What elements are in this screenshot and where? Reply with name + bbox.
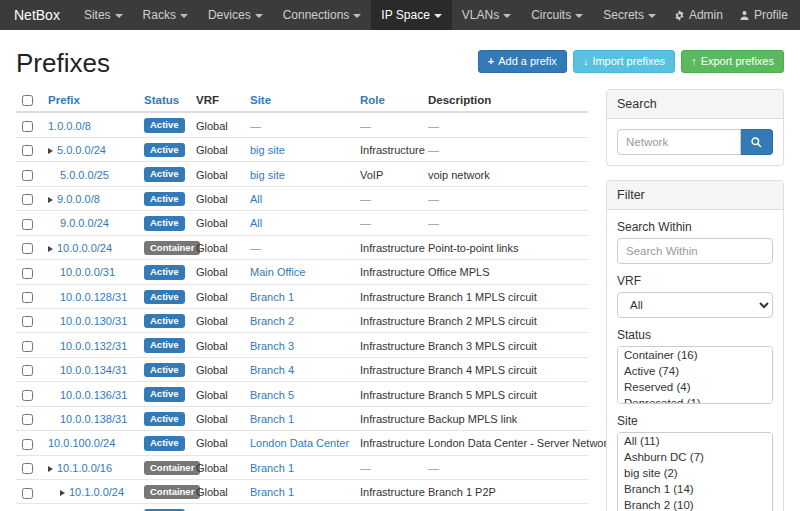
row-checkbox[interactable]: [22, 463, 33, 474]
row-checkbox[interactable]: [22, 439, 33, 450]
site-link[interactable]: Branch 2: [250, 315, 294, 327]
site-link[interactable]: All: [250, 193, 262, 205]
nav-item-circuits[interactable]: Circuits: [521, 0, 593, 30]
search-icon: [750, 136, 763, 149]
prefix-link[interactable]: 10.0.0.128/31: [60, 291, 127, 303]
user-menu-profile[interactable]: Profile: [731, 0, 796, 30]
site-link[interactable]: big site: [250, 144, 285, 156]
row-checkbox[interactable]: [22, 488, 33, 499]
nav-item-racks[interactable]: Racks: [133, 0, 198, 30]
row-checkbox[interactable]: [22, 268, 33, 279]
site-link[interactable]: Branch 4: [250, 364, 294, 376]
column-header-role[interactable]: Role: [354, 89, 422, 112]
user-menu-log-out[interactable]: Log out: [796, 0, 800, 30]
table-row: 10.1.0.0/16ContainerGlobalBranch 1——: [16, 455, 588, 479]
site-multiselect[interactable]: All (11)Ashburn DC (7)big site (2)Branch…: [617, 432, 773, 511]
status-multiselect[interactable]: Container (16)Active (74)Reserved (4)Dep…: [617, 346, 773, 404]
status-option[interactable]: Container (16): [618, 347, 772, 363]
site-cell: Branch 1: [244, 284, 354, 308]
vrf-select[interactable]: All: [617, 292, 773, 318]
row-checkbox[interactable]: [22, 243, 33, 254]
row-select-cell: [16, 284, 42, 308]
prefix-link[interactable]: 1.0.0.0/8: [48, 120, 91, 132]
row-checkbox[interactable]: [22, 145, 33, 156]
expand-arrow-icon[interactable]: [60, 490, 65, 496]
prefix-link[interactable]: 10.0.0.0/31: [60, 266, 115, 278]
status-badge: Container: [144, 485, 200, 499]
export-prefixes-button[interactable]: ↑Export prefixes: [681, 50, 784, 73]
user-menu-admin[interactable]: Admin: [666, 0, 731, 30]
prefix-link[interactable]: 10.0.0.136/31: [60, 389, 127, 401]
row-checkbox[interactable]: [22, 365, 33, 376]
prefix-link[interactable]: 5.0.0.0/24: [57, 144, 106, 156]
filter-field-status: StatusContainer (16)Active (74)Reserved …: [617, 328, 773, 404]
column-header-site[interactable]: Site: [244, 89, 354, 112]
prefix-link[interactable]: 9.0.0.0/8: [57, 193, 100, 205]
site-option[interactable]: All (11): [618, 433, 772, 449]
site-link[interactable]: Branch 5: [250, 389, 294, 401]
search-button[interactable]: [741, 129, 773, 155]
role-cell: Infrastructure: [354, 284, 422, 308]
row-checkbox[interactable]: [22, 414, 33, 425]
site-option[interactable]: Ashburn DC (7): [618, 449, 772, 465]
brand-netbox[interactable]: NetBox: [0, 0, 74, 30]
prefix-cell: 1.0.0.0/8: [42, 112, 138, 137]
site-cell: All: [244, 211, 354, 235]
prefix-link[interactable]: 10.0.0.130/31: [60, 315, 127, 327]
site-link[interactable]: Branch 1: [250, 413, 294, 425]
prefix-link[interactable]: 10.0.0.134/31: [60, 364, 127, 376]
row-checkbox[interactable]: [22, 194, 33, 205]
site-option[interactable]: big site (2): [618, 465, 772, 481]
add-a-prefix-button[interactable]: +Add a prefix: [478, 50, 567, 73]
status-option[interactable]: Active (74): [618, 363, 772, 379]
column-header-prefix[interactable]: Prefix: [42, 89, 138, 112]
site-link[interactable]: Branch 1: [250, 291, 294, 303]
row-checkbox[interactable]: [22, 170, 33, 181]
expand-arrow-icon[interactable]: [48, 246, 53, 252]
nav-item-connections[interactable]: Connections: [273, 0, 372, 30]
site-link[interactable]: Main Office: [250, 266, 305, 278]
expand-arrow-icon[interactable]: [48, 466, 53, 472]
nav-item-secrets[interactable]: Secrets: [593, 0, 666, 30]
site-link[interactable]: Branch 1: [250, 486, 294, 498]
status-badge: Active: [144, 363, 185, 377]
nav-item-ip-space[interactable]: IP Space: [371, 0, 451, 30]
search-input[interactable]: [617, 129, 741, 155]
prefix-link[interactable]: 10.0.0.0/24: [57, 242, 112, 254]
row-checkbox[interactable]: [22, 292, 33, 303]
row-checkbox[interactable]: [22, 121, 33, 132]
prefix-link[interactable]: 10.1.0.0/24: [69, 486, 124, 498]
column-header-status[interactable]: Status: [138, 89, 190, 112]
nav-item-devices[interactable]: Devices: [198, 0, 273, 30]
prefix-link[interactable]: 9.0.0.0/24: [60, 217, 109, 229]
nav-item-sites[interactable]: Sites: [74, 0, 133, 30]
row-checkbox[interactable]: [22, 390, 33, 401]
vrf-cell: Global: [190, 284, 244, 308]
prefix-link[interactable]: 10.0.0.132/31: [60, 340, 127, 352]
status-option[interactable]: Reserved (4): [618, 379, 772, 395]
site-link[interactable]: London Data Center: [250, 437, 349, 449]
search-within-input[interactable]: [617, 238, 773, 264]
row-checkbox[interactable]: [22, 219, 33, 230]
site-link[interactable]: big site: [250, 169, 285, 181]
site-link[interactable]: All: [250, 217, 262, 229]
site-link[interactable]: Branch 1: [250, 462, 294, 474]
prefix-link[interactable]: 10.1.0.0/16: [57, 462, 112, 474]
prefix-link[interactable]: 10.0.0.138/31: [60, 413, 127, 425]
site-option[interactable]: Branch 1 (14): [618, 481, 772, 497]
filter-panel: Filter Search WithinVRFAllStatusContaine…: [606, 180, 784, 511]
row-checkbox[interactable]: [22, 341, 33, 352]
prefix-link[interactable]: 10.0.100.0/24: [48, 437, 115, 449]
row-checkbox[interactable]: [22, 316, 33, 327]
status-badge: Active: [144, 338, 185, 352]
status-option[interactable]: Deprecated (1): [618, 395, 772, 404]
expand-arrow-icon[interactable]: [48, 197, 53, 203]
prefix-link[interactable]: 5.0.0.0/25: [60, 169, 109, 181]
select-all-checkbox[interactable]: [22, 95, 33, 106]
row-select-cell: [16, 112, 42, 137]
site-link[interactable]: Branch 3: [250, 340, 294, 352]
expand-arrow-icon[interactable]: [48, 148, 53, 154]
import-prefixes-button[interactable]: ↓Import prefixes: [573, 50, 675, 73]
nav-item-vlans[interactable]: VLANs: [452, 0, 521, 30]
site-option[interactable]: Branch 2 (10): [618, 497, 772, 511]
